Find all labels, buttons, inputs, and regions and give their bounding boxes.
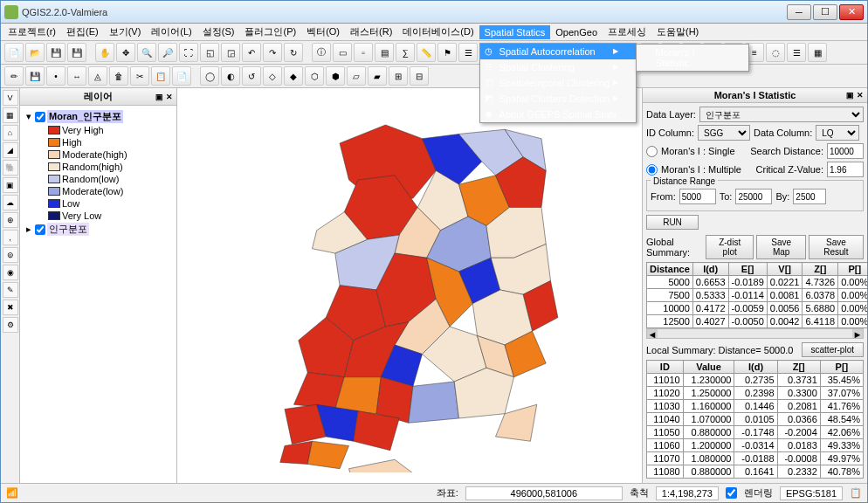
layer-row[interactable]: ▸인구분포 <box>24 222 173 237</box>
table-row[interactable]: 110500.880000-0.1748-0.200442.06% <box>647 426 864 439</box>
table-row[interactable]: 110701.080000-0.0188-0.000849.97% <box>647 452 864 465</box>
menu-item[interactable]: 설정(S) <box>197 24 240 40</box>
zoom-full-button[interactable]: ⛶ <box>179 43 198 62</box>
add-gps-button[interactable]: ⊚ <box>3 247 18 263</box>
layer-visibility-checkbox[interactable] <box>35 224 45 235</box>
from-input[interactable] <box>679 189 716 204</box>
table-button[interactable]: ▤ <box>375 43 394 62</box>
layer-class-row[interactable]: Very High <box>24 124 173 136</box>
table-header[interactable]: P[] <box>820 361 863 374</box>
scale-value[interactable]: 1:4,198,273 <box>656 486 719 500</box>
layer-class-row[interactable]: Random(low) <box>24 173 173 185</box>
dig3-button[interactable]: ↺ <box>242 66 261 86</box>
layer-visibility-checkbox[interactable] <box>35 112 45 122</box>
data-column-select[interactable]: LQ <box>816 125 859 141</box>
dropdown-item[interactable]: ◉About GEEPS Spatial Stats <box>480 107 636 122</box>
scatter-plot-button[interactable]: scatter-plot <box>802 342 864 357</box>
save-map-button[interactable]: Save Map <box>756 235 805 259</box>
zoom-out-button[interactable]: 🔎 <box>158 43 177 62</box>
table-header[interactable]: Distance <box>647 263 693 276</box>
table-header[interactable]: E[] <box>728 263 767 276</box>
manage-button[interactable]: ⚙ <box>3 317 18 333</box>
layer-row[interactable]: ▾Moran_인구분포 <box>24 109 173 124</box>
add-spatiallite-button[interactable]: ◢ <box>3 142 18 158</box>
table-row[interactable]: 110800.8800000.16410.233240.78% <box>647 465 864 479</box>
save-result-button[interactable]: Save Result <box>809 235 864 259</box>
table-header[interactable]: V[] <box>767 263 803 276</box>
deselect-button[interactable]: ▫ <box>354 43 373 62</box>
single-radio[interactable] <box>646 146 658 157</box>
menu-item[interactable]: 래스터(R) <box>345 24 397 40</box>
table-row[interactable]: 110101.2300000.27350.373135.45% <box>647 374 864 387</box>
table-header[interactable]: Z[] <box>803 263 838 276</box>
run-button[interactable]: RUN <box>646 215 699 230</box>
menu-item[interactable]: 레이어(L) <box>146 24 196 40</box>
table-row[interactable]: 110601.200000-0.03140.018349.33% <box>647 439 864 452</box>
paste-button[interactable]: 📄 <box>172 66 191 86</box>
field-calc-button[interactable]: ∑ <box>396 43 415 62</box>
add-raster-button[interactable]: ▦ <box>3 107 18 123</box>
dropdown-item[interactable]: ◷Spatial Autocorrelation▶Moran's I Stati… <box>480 44 636 59</box>
table-header[interactable]: I(d) <box>734 361 777 374</box>
open-project-button[interactable]: 📂 <box>25 43 45 62</box>
new-shp-button[interactable]: ✎ <box>3 282 18 298</box>
layer-class-row[interactable]: Random(high) <box>24 161 173 173</box>
pan-to-sel-button[interactable]: ✥ <box>116 43 135 62</box>
dig4-button[interactable]: ◇ <box>263 66 282 86</box>
add-db-button[interactable]: ⌂ <box>3 125 18 141</box>
menu-item[interactable]: 보기(V) <box>104 24 147 40</box>
add-mssql-button[interactable]: ▣ <box>3 177 18 193</box>
close-button[interactable]: ✕ <box>839 4 864 20</box>
by-input[interactable] <box>793 189 826 204</box>
map-canvas[interactable] <box>177 88 642 483</box>
add-csv-button[interactable]: , <box>3 230 18 245</box>
zoom-in-button[interactable]: 🔍 <box>137 43 156 62</box>
table-row[interactable]: 125000.4027-0.00500.00426.41180.00% <box>647 315 868 328</box>
zoom-next-button[interactable]: ↷ <box>263 43 282 62</box>
menu-item[interactable]: OpenGeo <box>550 25 603 39</box>
table-header[interactable]: Value <box>683 361 734 374</box>
bookmark-button[interactable]: ⚑ <box>437 43 457 62</box>
dig1-button[interactable]: ◯ <box>200 66 219 86</box>
add-wfs-button[interactable]: ⊕ <box>3 212 18 228</box>
menu-item[interactable]: 프로세싱 <box>603 24 651 40</box>
table-header[interactable]: Z[] <box>777 361 820 374</box>
add-pg-button[interactable]: 🐘 <box>3 160 18 176</box>
table-row[interactable]: 110301.1600000.14460.208141.76% <box>647 400 864 413</box>
log-icon[interactable]: 📋 <box>850 487 862 499</box>
expand-toggle-icon[interactable]: ▾ <box>24 111 33 122</box>
measure-button[interactable]: 📏 <box>417 43 436 62</box>
add-vector-button[interactable]: V <box>3 90 18 106</box>
layer-name-label[interactable]: 인구분포 <box>47 223 89 236</box>
dig6-button[interactable]: ⬡ <box>305 66 324 86</box>
dropdown-item[interactable]: ◩Spatial Clusters Detection▶ <box>480 91 636 107</box>
pan-button[interactable]: ✋ <box>95 43 114 62</box>
data-layer-select[interactable]: 인구분포 <box>699 107 864 122</box>
saveas-button[interactable]: 💾 <box>67 43 86 62</box>
menu-item[interactable]: 데이터베이스(D) <box>397 24 479 40</box>
dropdown-item[interactable]: ◫Spatiotemporal Clustering▶ <box>480 75 636 91</box>
dig2-button[interactable]: ◐ <box>221 66 240 86</box>
layer-class-row[interactable]: Low <box>24 197 173 210</box>
plugin9-button[interactable]: ▦ <box>808 43 827 62</box>
multiple-radio[interactable] <box>646 164 658 176</box>
rss-icon[interactable]: 📶 <box>6 487 18 499</box>
layer-tree[interactable]: ▾Moran_인구분포Very HighHighModerate(high)Ra… <box>20 106 176 240</box>
dig11-button[interactable]: ⊟ <box>410 66 429 86</box>
zdist-plot-button[interactable]: Z-dist plot <box>706 235 754 259</box>
table-row[interactable]: 75000.5333-0.01140.00816.03780.00% <box>647 289 868 302</box>
layers-panel-close-button[interactable]: ▣ ✕ <box>155 93 173 101</box>
node-tool-button[interactable]: ◬ <box>88 66 107 86</box>
zoom-layer-button[interactable]: ◱ <box>200 43 219 62</box>
table-header[interactable]: P[] <box>838 263 867 276</box>
refresh-button[interactable]: ↻ <box>284 43 303 62</box>
dig9-button[interactable]: ▰ <box>368 66 387 86</box>
table-row[interactable]: 110401.0700000.01050.036648.54% <box>647 413 864 426</box>
move-feat-button[interactable]: ↔ <box>67 66 86 86</box>
plugin8-button[interactable]: ☰ <box>787 43 806 62</box>
save-button[interactable]: 💾 <box>46 43 65 62</box>
zoom-sel-button[interactable]: ◲ <box>221 43 240 62</box>
table-header[interactable]: ID <box>647 361 684 374</box>
global-table-scrollbar[interactable]: ◄► <box>646 328 864 339</box>
menu-item[interactable]: 플러그인(P) <box>239 24 301 40</box>
